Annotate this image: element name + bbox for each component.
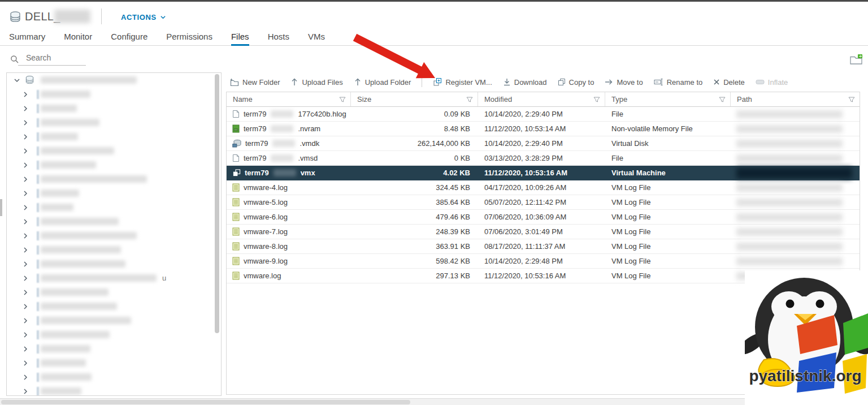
download-button[interactable]: Download bbox=[503, 78, 547, 87]
rename-to-button[interactable]: Rename to bbox=[654, 78, 703, 87]
chevron-right-icon[interactable] bbox=[22, 218, 29, 225]
tree-item[interactable] bbox=[7, 115, 221, 130]
tree-item[interactable] bbox=[7, 172, 221, 186]
tab-files[interactable]: Files bbox=[231, 29, 249, 46]
column-header-type[interactable]: Type bbox=[605, 92, 731, 106]
chevron-down-icon[interactable] bbox=[14, 77, 20, 84]
tree-item[interactable] bbox=[7, 342, 221, 356]
tree-item[interactable] bbox=[7, 370, 221, 384]
chevron-right-icon[interactable] bbox=[22, 388, 29, 395]
chevron-right-icon[interactable] bbox=[22, 190, 29, 197]
tree-item[interactable] bbox=[7, 243, 221, 257]
tree-item[interactable] bbox=[7, 87, 221, 101]
tree-root-datastore[interactable] bbox=[7, 73, 221, 87]
tree-item[interactable]: u bbox=[7, 271, 221, 285]
chevron-right-icon[interactable] bbox=[22, 119, 29, 126]
tree-item-icon-redacted bbox=[37, 189, 39, 198]
tree-item-label-redacted bbox=[41, 161, 96, 169]
column-header-size[interactable]: Size bbox=[351, 92, 478, 106]
chevron-right-icon[interactable] bbox=[22, 261, 29, 268]
table-row[interactable]: vmware-7.log248.39 KB07/06/2020, 3:01:49… bbox=[227, 225, 860, 239]
register-vm-button[interactable]: Register VM... bbox=[433, 77, 492, 87]
tree-item[interactable] bbox=[7, 186, 221, 200]
table-row[interactable]: vmware-5.log385.64 KB05/07/2020, 12:11:4… bbox=[227, 195, 860, 210]
chevron-right-icon[interactable] bbox=[22, 148, 29, 154]
new-folder-button[interactable]: New Folder bbox=[229, 78, 280, 87]
datastore-browser-icon[interactable] bbox=[849, 53, 863, 68]
chevron-right-icon[interactable] bbox=[22, 331, 29, 338]
tree-item[interactable] bbox=[7, 144, 221, 158]
upload-files-button[interactable]: Upload Files bbox=[290, 78, 342, 87]
tree-item[interactable] bbox=[7, 299, 221, 313]
tree-item[interactable] bbox=[7, 285, 221, 299]
chevron-right-icon[interactable] bbox=[22, 91, 29, 98]
chevron-right-icon[interactable] bbox=[22, 176, 29, 183]
horizontal-scrollbar-thumb[interactable] bbox=[1, 400, 410, 404]
file-type-cell: VM Log File bbox=[605, 225, 731, 239]
tab-configure[interactable]: Configure bbox=[111, 29, 147, 46]
actions-menu-button[interactable]: ACTIONS bbox=[121, 13, 166, 21]
table-row[interactable]: term79.nvram8.48 KB11/12/2020, 10:53:14 … bbox=[227, 122, 860, 136]
upload-folder-label: Upload Folder bbox=[365, 78, 411, 87]
chevron-right-icon[interactable] bbox=[22, 374, 29, 381]
tree-item[interactable] bbox=[7, 214, 221, 229]
table-row[interactable]: vmware-6.log479.46 KB07/06/2020, 10:36:0… bbox=[227, 210, 860, 225]
column-header-path[interactable]: Path bbox=[731, 92, 860, 106]
copy-to-button[interactable]: Copy to bbox=[558, 78, 594, 87]
upload-folder-button[interactable]: Upload Folder bbox=[354, 78, 411, 87]
tree-item-label-redacted bbox=[41, 260, 125, 268]
chevron-right-icon[interactable] bbox=[22, 289, 29, 296]
table-row[interactable]: vmware-8.log363.91 KB08/17/2020, 11:11:3… bbox=[227, 239, 860, 254]
table-row[interactable]: term79.vmdk262,144,000 KB10/14/2020, 2:2… bbox=[227, 136, 860, 151]
log-file-icon bbox=[232, 183, 240, 192]
tab-permissions[interactable]: Permissions bbox=[166, 29, 212, 46]
chevron-right-icon[interactable] bbox=[22, 133, 29, 140]
tree-item-icon-redacted bbox=[37, 387, 39, 396]
search-input[interactable] bbox=[18, 51, 86, 66]
upload-files-icon bbox=[290, 78, 298, 86]
upload-folder-icon bbox=[354, 78, 362, 86]
filter-icon[interactable] bbox=[466, 96, 473, 103]
table-row[interactable]: term79.vmsd0 KB03/13/2020, 3:28:29 PMFil… bbox=[227, 151, 860, 166]
tree-item[interactable] bbox=[7, 200, 221, 214]
file-name-cell: term79177c420b.hlog bbox=[227, 107, 351, 121]
table-row[interactable]: term79vmx4.02 KB11/12/2020, 10:53:16 AMV… bbox=[227, 166, 860, 180]
tab-vms[interactable]: VMs bbox=[308, 29, 325, 46]
tree-item[interactable] bbox=[7, 130, 221, 144]
filter-icon[interactable] bbox=[339, 96, 346, 103]
column-header-modified[interactable]: Modified bbox=[478, 92, 605, 106]
file-name-redacted bbox=[271, 125, 293, 132]
table-row[interactable]: vmware-9.log598.42 KB10/14/2020, 2:29:48… bbox=[227, 254, 860, 269]
tab-monitor[interactable]: Monitor bbox=[64, 29, 92, 46]
chevron-right-icon[interactable] bbox=[22, 303, 29, 310]
tree-item[interactable] bbox=[7, 229, 221, 243]
chevron-right-icon[interactable] bbox=[22, 204, 29, 211]
tree-item[interactable] bbox=[7, 257, 221, 271]
tree-scrollbar[interactable] bbox=[215, 74, 219, 333]
tree-item[interactable] bbox=[7, 158, 221, 172]
tree-item[interactable] bbox=[7, 356, 221, 370]
tab-summary[interactable]: Summary bbox=[9, 29, 45, 46]
chevron-right-icon[interactable] bbox=[22, 346, 29, 352]
filter-icon[interactable] bbox=[719, 96, 726, 103]
chevron-right-icon[interactable] bbox=[22, 247, 29, 253]
chevron-right-icon[interactable] bbox=[22, 105, 29, 112]
tree-item[interactable] bbox=[7, 328, 221, 342]
chevron-right-icon[interactable] bbox=[22, 275, 29, 282]
chevron-right-icon[interactable] bbox=[22, 360, 29, 367]
filter-icon[interactable] bbox=[848, 96, 855, 103]
chevron-right-icon[interactable] bbox=[22, 162, 29, 169]
chevron-right-icon[interactable] bbox=[22, 232, 29, 239]
column-header-name[interactable]: Name bbox=[227, 92, 351, 106]
delete-button[interactable]: Delete bbox=[713, 78, 745, 87]
tab-hosts[interactable]: Hosts bbox=[268, 29, 289, 46]
tree-item[interactable] bbox=[7, 101, 221, 115]
tree-item[interactable] bbox=[7, 313, 221, 328]
table-row[interactable]: term79177c420b.hlog0.09 KB10/14/2020, 2:… bbox=[227, 107, 860, 122]
table-row[interactable]: vmware-4.log324.45 KB04/17/2020, 10:09:2… bbox=[227, 180, 860, 195]
move-to-button[interactable]: Move to bbox=[605, 78, 643, 87]
tree-item[interactable] bbox=[7, 384, 221, 396]
chevron-right-icon[interactable] bbox=[22, 317, 29, 324]
horizontal-scrollbar[interactable] bbox=[0, 398, 868, 405]
filter-icon[interactable] bbox=[593, 96, 600, 103]
